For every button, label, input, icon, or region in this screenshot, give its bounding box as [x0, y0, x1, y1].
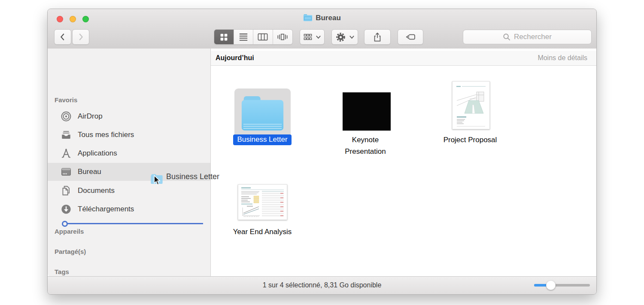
sidebar-item-applications[interactable]: Applications [48, 144, 210, 162]
list-view-icon [239, 32, 248, 42]
all-files-icon [61, 129, 72, 140]
airdrop-icon [61, 111, 72, 122]
view-switcher [214, 29, 293, 45]
search-input[interactable]: Rechercher [463, 30, 592, 44]
sidebar-item-documents[interactable]: Documents [48, 182, 210, 200]
action-menu-button[interactable] [331, 29, 358, 45]
window-title-text: Bureau [316, 14, 341, 22]
selected-file-label: Business Letter [233, 134, 291, 145]
sidebar-item-label: Tous mes fichiers [78, 131, 134, 139]
back-button[interactable] [54, 29, 71, 45]
drag-ghost-label: Business Letter [166, 172, 219, 181]
mouse-cursor-icon [153, 175, 161, 187]
sidebar-item-airdrop[interactable]: AirDrop [48, 107, 210, 125]
sidebar-item-label: Applications [78, 149, 117, 158]
chevron-down-icon [316, 35, 321, 39]
documents-icon [61, 185, 72, 196]
tags-button[interactable] [398, 29, 423, 45]
file-label-keynote-presentation[interactable]: Keynote Presentation [333, 134, 398, 157]
chevron-left-icon [59, 33, 67, 41]
search-placeholder: Rechercher [514, 33, 552, 41]
chevron-down-icon [349, 35, 355, 39]
file-icon-project-proposal[interactable] [452, 81, 490, 129]
sidebar-section-shared: Partagé(s) [55, 248, 86, 255]
sidebar-item-label: Bureau [78, 168, 101, 176]
file-label-year-end-analysis[interactable]: Year End Analysis [228, 226, 297, 238]
folder-icon [240, 93, 286, 133]
applications-icon [61, 148, 72, 159]
sidebar-item-label: AirDrop [78, 112, 103, 121]
desktop-background: Bureau [0, 0, 644, 305]
file-browser-area [211, 49, 596, 277]
column-view-button[interactable] [253, 30, 273, 44]
sidebar-item-label: Documents [78, 186, 115, 195]
downloads-icon [61, 204, 72, 215]
file-icon-keynote-presentation[interactable] [343, 92, 391, 131]
list-view-button[interactable] [234, 30, 254, 44]
finder-window: Bureau [47, 9, 597, 295]
file-label-business-letter[interactable]: Business Letter [215, 134, 310, 145]
sidebar-section-tags: Tags [55, 268, 69, 275]
status-text: 1 sur 4 sélectionné, 8,31 Go disponible [48, 277, 596, 294]
window-title: Bureau [48, 14, 596, 24]
group-header-band: Aujourd’hui Moins de détails [211, 51, 596, 66]
arrange-menu-button[interactable] [300, 29, 325, 45]
drop-insertion-line [67, 223, 203, 224]
share-button[interactable] [364, 29, 391, 45]
chevron-right-icon [77, 33, 85, 41]
less-details-button[interactable]: Moins de détails [538, 51, 587, 65]
slider-thumb[interactable] [546, 281, 556, 290]
status-bar: 1 sur 4 sélectionné, 8,31 Go disponible [48, 276, 596, 294]
sidebar-section-favorites: Favoris [55, 96, 77, 104]
window-header: Bureau [48, 9, 596, 49]
file-label-project-proposal[interactable]: Project Proposal [436, 134, 504, 146]
search-icon [503, 33, 511, 41]
document-thumbnail [453, 82, 489, 129]
sidebar-item-downloads[interactable]: Téléchargements [48, 200, 210, 218]
icon-size-slider[interactable] [534, 284, 590, 287]
forward-button[interactable] [72, 29, 89, 45]
grid-view-icon [219, 33, 228, 42]
file-icon-year-end-analysis[interactable] [238, 184, 287, 220]
column-view-icon [258, 33, 268, 41]
file-icon-business-letter[interactable] [234, 88, 291, 137]
tag-icon [405, 33, 416, 41]
coverflow-view-icon [277, 33, 288, 41]
spreadsheet-thumbnail [238, 185, 287, 220]
sidebar: Favoris AirDrop Tous mes fichiers Applic… [48, 49, 210, 277]
sidebar-item-label: Téléchargements [78, 205, 134, 214]
sidebar-item-all-my-files[interactable]: Tous mes fichiers [48, 126, 210, 144]
desktop-icon [61, 166, 72, 177]
group-header-label: Aujourd’hui [216, 51, 254, 65]
share-icon [373, 32, 382, 43]
drop-insertion-dot [62, 221, 68, 227]
folder-icon [303, 14, 313, 24]
gear-icon [335, 32, 346, 43]
icon-view-button[interactable] [214, 30, 234, 44]
arrange-icon [303, 33, 313, 41]
coverflow-view-button[interactable] [273, 30, 292, 44]
sidebar-section-devices: Appareils [55, 228, 84, 235]
